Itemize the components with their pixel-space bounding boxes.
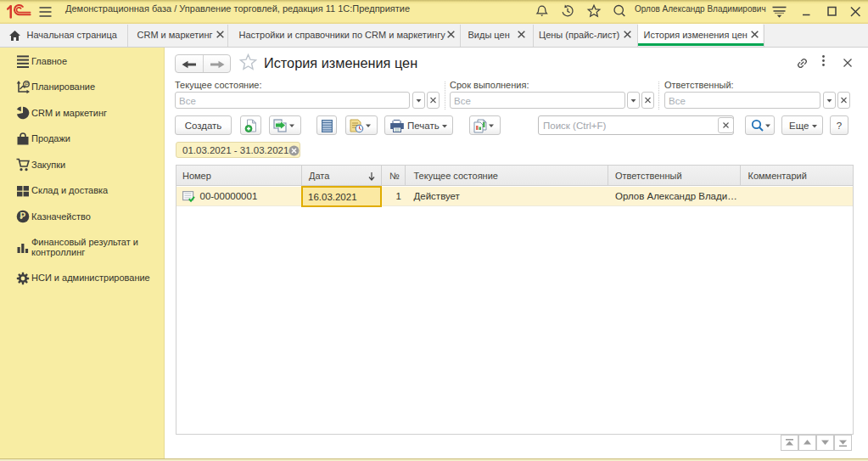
svg-text:P: P: [25, 81, 29, 87]
svg-text:P: P: [20, 211, 26, 221]
